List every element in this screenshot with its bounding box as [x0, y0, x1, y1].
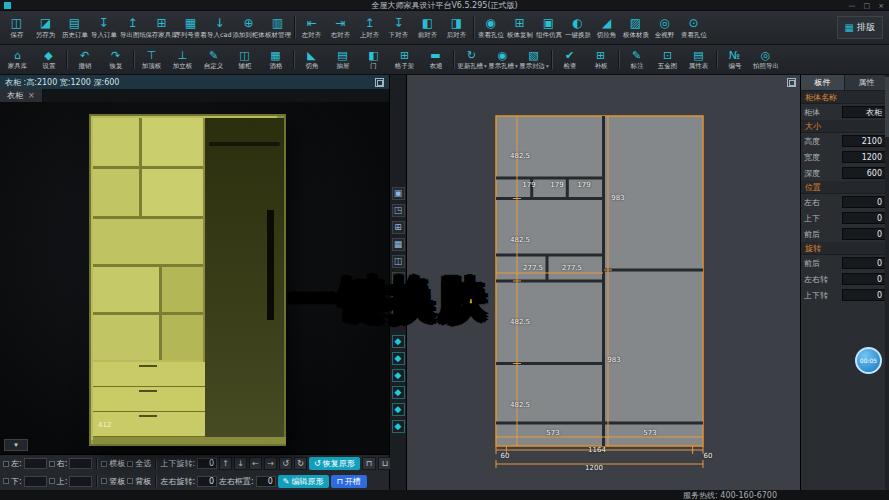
vertical-board-checkbox[interactable]	[101, 478, 107, 484]
frame-offset-input[interactable]: 0	[256, 476, 276, 487]
toolbar-button[interactable]: ◉ 显示孔槽▾	[487, 46, 518, 73]
toolbar-button[interactable]: ◉ 查看孔位	[476, 12, 505, 43]
rot-ud-field[interactable]: 0	[842, 289, 886, 301]
layout-button[interactable]: ▦ 排版	[837, 16, 883, 39]
timer-badge[interactable]: 00:05	[855, 347, 882, 374]
toolbar-button[interactable]: ▤ 属性表▾	[683, 46, 714, 73]
view-preset-dropdown[interactable]: ▾	[4, 439, 28, 451]
bottom-offset-input[interactable]	[24, 476, 47, 487]
edit-shape-button[interactable]: ✎ 编辑原形	[278, 475, 329, 488]
nudge-arrow-button[interactable]: ↻	[294, 457, 307, 470]
strip-tool-icon[interactable]: ▦	[392, 238, 405, 251]
strip-tool-icon[interactable]: ▣	[392, 187, 405, 200]
back-board-checkbox[interactable]	[127, 478, 133, 484]
toolbar-button[interactable]: ⊞ 补板▾	[585, 46, 616, 73]
toolbar-button[interactable]: ◆ 设置▾	[33, 46, 64, 73]
toolbar-button[interactable]: ◐ 一键换肤	[563, 12, 592, 43]
toolbar-button[interactable]: ◢ 切拉角	[592, 12, 621, 43]
document-tab[interactable]: 衣柜 ×	[0, 89, 43, 102]
left-lock-checkbox[interactable]	[3, 461, 9, 467]
toolbar-button[interactable]: ↥ 上对齐	[355, 12, 384, 43]
toolbar-button[interactable]: ◧ 门▾	[358, 46, 389, 73]
nudge-arrow-button[interactable]: ↑	[219, 457, 232, 470]
bottom-lock-checkbox[interactable]	[3, 478, 9, 484]
nudge-arrow-button[interactable]: ↓	[234, 457, 247, 470]
toolbar-button[interactable]: ▣ 组件仿真	[534, 12, 563, 43]
toolbar-button[interactable]: ↥ 导出图纸	[118, 12, 147, 43]
toolbar-button[interactable]: ⇥ 右对齐	[326, 12, 355, 43]
horizontal-rotate-input[interactable]: 0	[197, 476, 217, 487]
panel-scrollbar[interactable]	[885, 75, 889, 490]
strip-component-icon[interactable]: ◆	[392, 369, 405, 382]
minimize-icon[interactable]: —	[849, 2, 856, 10]
toolbar-button[interactable]: ⊙ 查看孔位	[679, 12, 708, 43]
toolbar-button[interactable]: ✎ 标注▾	[621, 46, 652, 73]
toolbar-button[interactable]: ⊡ 五金图▾	[652, 46, 683, 73]
toolbar-button[interactable]: ▨ 板体材质	[621, 12, 650, 43]
toolbar-button[interactable]: ◣ 切角▾	[296, 46, 327, 73]
maximize-icon[interactable]: □	[864, 2, 871, 10]
drawer[interactable]: 412	[93, 412, 205, 436]
right-offset-input[interactable]	[69, 458, 92, 469]
toolbar-button[interactable]: ◎ 全视野	[650, 12, 679, 43]
toolbar-button[interactable]: № 编号▾	[719, 46, 750, 73]
tab-close-icon[interactable]: ×	[28, 91, 35, 100]
toolbar-button[interactable]: ▤ 抽屉▾	[327, 46, 358, 73]
cabinet-name-field[interactable]: 衣柜	[842, 106, 886, 118]
nudge-arrow-button[interactable]: →	[264, 457, 277, 470]
tab-attributes[interactable]: 属性	[845, 75, 889, 90]
toolbar-button[interactable]: ▦ 酒格▾	[260, 46, 291, 73]
toolbar-button[interactable]: ▤ 历史订单	[60, 12, 89, 43]
strip-tool-icon[interactable]: ◫	[392, 255, 405, 268]
toolbar-button[interactable]: ⊥ 加立板▾	[167, 46, 198, 73]
toolbar-button[interactable]: ▧ 显示封边▾	[518, 46, 549, 73]
toolbar-button[interactable]: ⌂ 家具库▾	[2, 46, 33, 73]
toolbar-button[interactable]: ◫ 辅柜▾	[229, 46, 260, 73]
toolbar-button[interactable]: ↷ 恢复▾	[100, 46, 131, 73]
toolbar-button[interactable]: ◨ 后对齐	[442, 12, 471, 43]
strip-component-icon[interactable]: ◆	[392, 335, 405, 348]
left-offset-input[interactable]	[24, 458, 47, 469]
toolbar-button[interactable]: ✎ 自定义▾	[198, 46, 229, 73]
vertical-rotate-input[interactable]: 0	[197, 458, 217, 469]
top-lock-checkbox[interactable]	[49, 478, 55, 484]
toolbar-button[interactable]: ⊤ 加顶板▾	[136, 46, 167, 73]
toolbar-button[interactable]: ⊞ 板体复制	[505, 12, 534, 43]
pos-fb-field[interactable]: 0	[842, 228, 886, 240]
groove-tool-button[interactable]: ⊓	[362, 457, 376, 470]
toolbar-button[interactable]: ◧ 前对齐	[413, 12, 442, 43]
right-lock-checkbox[interactable]	[49, 461, 55, 467]
rot-lr-field[interactable]: 0	[842, 273, 886, 285]
strip-component-icon[interactable]: ◆	[392, 352, 405, 365]
toolbar-button[interactable]: ▥ 板材管理	[263, 12, 292, 43]
drawer[interactable]	[93, 387, 205, 411]
drawer[interactable]	[93, 362, 205, 386]
toolbar-button[interactable]: ↧ 导入订单	[89, 12, 118, 43]
pos-ud-field[interactable]: 0	[842, 212, 886, 224]
tab-board[interactable]: 板件	[801, 75, 845, 90]
select-all-checkbox[interactable]	[127, 461, 133, 467]
height-field[interactable]: 2100	[842, 135, 886, 147]
depth-field[interactable]: 600	[842, 167, 886, 179]
toolbar-button[interactable]: ▬ 衣通▾	[420, 46, 451, 73]
top-offset-input[interactable]	[69, 476, 92, 487]
toolbar-button[interactable]: ⊞ 保存家具库	[147, 12, 176, 43]
wardrobe-3d-model[interactable]: 412	[89, 114, 286, 446]
pos-lr-field[interactable]: 0	[842, 196, 886, 208]
toolbar-button[interactable]: ↶ 撤销▾	[69, 46, 100, 73]
toolbar-button[interactable]: ↓ 导入cad	[205, 12, 234, 43]
strip-component-icon[interactable]: ◆	[392, 403, 405, 416]
scrollbar-thumb[interactable]	[885, 77, 889, 137]
toolbar-button[interactable]: ↧ 下对齐	[384, 12, 413, 43]
toolbar-button[interactable]: ↻ 更新孔槽▾	[456, 46, 487, 73]
toolbar-button[interactable]: ⊞ 格子架▾	[389, 46, 420, 73]
toolbar-button[interactable]: ◎ 拍照导出▾	[750, 46, 781, 73]
toolbar-button[interactable]: ◪ 另存为	[31, 12, 60, 43]
toolbar-button[interactable]: ✔ 检查▾	[554, 46, 585, 73]
restore-shape-button[interactable]: ↺ 恢复原形	[309, 457, 360, 470]
toolbar-button[interactable]: ◫ 保存	[2, 12, 31, 43]
strip-component-icon[interactable]: ◆	[392, 420, 405, 433]
width-field[interactable]: 1200	[842, 151, 886, 163]
nudge-arrow-button[interactable]: ↺	[279, 457, 292, 470]
strip-component-icon[interactable]: ◆	[392, 386, 405, 399]
